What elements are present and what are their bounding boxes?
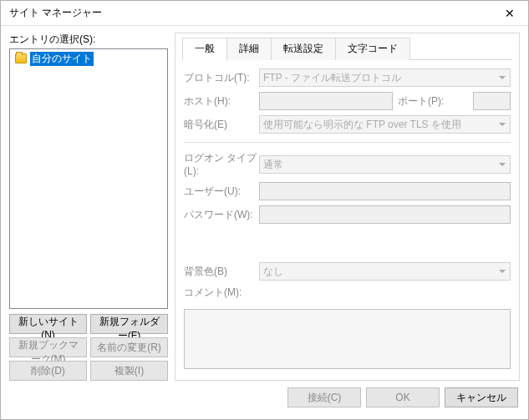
- tab-detail[interactable]: 詳細: [226, 38, 272, 60]
- delete-button: 削除(D): [9, 361, 87, 381]
- comment-label: コメント(M):: [184, 286, 242, 300]
- site-tree[interactable]: 自分のサイト: [9, 48, 168, 309]
- user-label: ユーザー(U):: [184, 185, 259, 199]
- new-site-button[interactable]: 新しいサイト(N): [9, 314, 87, 334]
- tree-row[interactable]: 自分のサイト: [12, 51, 165, 66]
- window-title: サイト マネージャー: [9, 6, 102, 20]
- general-form: プロトコル(T): FTP - ファイル転送プロトコル ホスト(H): ポート(…: [182, 60, 512, 373]
- logon-label: ログオン タイプ(L):: [184, 151, 259, 177]
- host-label: ホスト(H):: [184, 94, 259, 109]
- left-buttons: 新しいサイト(N) 新規フォルダー(F) 新規ブックマーク(M) 名前の変更(R…: [9, 314, 168, 381]
- footer: 接続(C) OK キャンセル: [1, 381, 528, 414]
- bgcolor-combo: なし: [259, 262, 511, 281]
- host-input: [259, 92, 393, 110]
- entry-select-label: エントリの選択(S):: [9, 33, 168, 47]
- new-folder-button[interactable]: 新規フォルダー(F): [90, 314, 168, 334]
- folder-icon: [15, 53, 27, 63]
- titlebar: サイト マネージャー ✕: [1, 1, 528, 26]
- comment-textarea: [184, 309, 511, 369]
- cancel-button[interactable]: キャンセル: [445, 387, 518, 407]
- tab-transfer[interactable]: 転送設定: [271, 38, 336, 60]
- tabs: 一般 詳細 転送設定 文字コード: [182, 37, 512, 60]
- new-bookmark-button: 新規ブックマーク(M): [9, 337, 87, 357]
- protocol-label: プロトコル(T):: [184, 71, 259, 85]
- password-label: パスワード(W):: [184, 208, 259, 222]
- encrypt-label: 暗号化(E): [184, 118, 259, 132]
- content: エントリの選択(S): 自分のサイト 新しいサイト(N) 新規フォルダー(F) …: [1, 26, 528, 381]
- bgcolor-label: 背景色(B): [184, 265, 259, 279]
- tab-general[interactable]: 一般: [182, 38, 227, 60]
- left-pane: エントリの選択(S): 自分のサイト 新しいサイト(N) 新規フォルダー(F) …: [9, 33, 168, 381]
- port-input: [473, 92, 511, 110]
- password-input: [259, 205, 511, 224]
- logon-combo: 通常: [259, 155, 511, 174]
- user-input: [259, 182, 511, 200]
- separator: [184, 142, 511, 143]
- duplicate-button: 複製(I): [90, 361, 168, 381]
- tree-item-label[interactable]: 自分のサイト: [30, 52, 94, 66]
- port-label: ポート(P):: [398, 94, 473, 109]
- encrypt-combo: 使用可能なら明示的な FTP over TLS を使用: [259, 115, 511, 134]
- connect-button: 接続(C): [287, 387, 361, 407]
- close-icon[interactable]: ✕: [491, 1, 528, 26]
- right-pane: 一般 詳細 転送設定 文字コード プロトコル(T): FTP - ファイル転送プ…: [175, 33, 520, 381]
- rename-button: 名前の変更(R): [90, 337, 168, 357]
- tab-charset[interactable]: 文字コード: [335, 38, 410, 60]
- ok-button: OK: [366, 387, 440, 407]
- protocol-combo: FTP - ファイル転送プロトコル: [259, 68, 511, 87]
